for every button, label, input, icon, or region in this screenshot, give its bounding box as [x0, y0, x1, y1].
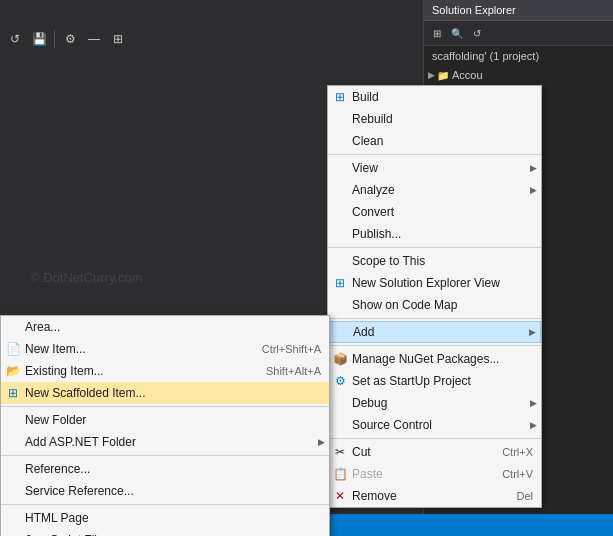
- add-icon: [333, 324, 349, 340]
- paste-icon: 📋: [332, 466, 348, 482]
- menu-item-label: Debug: [352, 396, 387, 410]
- menu-item-clean[interactable]: Clean: [328, 130, 541, 152]
- html-icon: [5, 510, 21, 526]
- nuget-icon: 📦: [332, 351, 348, 367]
- analyze-icon: [332, 182, 348, 198]
- menu-item-remove[interactable]: ✕ Remove Del: [328, 485, 541, 507]
- sol-item-accou[interactable]: ▶ 📁 Accou: [424, 68, 613, 82]
- menu-shortcut: Ctrl+Shift+A: [246, 343, 321, 355]
- startup-icon: ⚙: [332, 373, 348, 389]
- toolbar-gear-btn[interactable]: ⚙: [59, 28, 81, 50]
- menu-item-convert[interactable]: Convert: [328, 201, 541, 223]
- sol-item-label: Accou: [452, 69, 483, 81]
- sol-tool-btn-1[interactable]: ⊞: [428, 24, 446, 42]
- toolbar-sep1: [54, 30, 55, 48]
- menu-item-label: View: [352, 161, 378, 175]
- menu-item-cut[interactable]: ✂ Cut Ctrl+X: [328, 441, 541, 463]
- menu-item-new-folder[interactable]: New Folder: [1, 409, 329, 431]
- menu-separator: [328, 154, 541, 155]
- menu-item-code-map[interactable]: Show on Code Map: [328, 294, 541, 316]
- menu-item-label: New Solution Explorer View: [352, 276, 500, 290]
- toolbar-minus-btn[interactable]: —: [83, 28, 105, 50]
- menu-item-label: Show on Code Map: [352, 298, 457, 312]
- cut-shortcut: Ctrl+X: [486, 446, 533, 458]
- menu-item-label: Add ASP.NET Folder: [25, 435, 136, 449]
- menu-item-paste: 📋 Paste Ctrl+V: [328, 463, 541, 485]
- menu-item-build[interactable]: ⊞ Build: [328, 86, 541, 108]
- menu-item-label: Service Reference...: [25, 484, 134, 498]
- remove-shortcut: Del: [500, 490, 533, 502]
- menu-item-label: Paste: [352, 467, 383, 481]
- paste-shortcut: Ctrl+V: [486, 468, 533, 480]
- menu-item-label: New Folder: [25, 413, 86, 427]
- menu-item-label: Remove: [352, 489, 397, 503]
- view-icon: [332, 160, 348, 176]
- clean-icon: [332, 133, 348, 149]
- menu-separator: [328, 438, 541, 439]
- menu-item-label: Rebuild: [352, 112, 393, 126]
- folder-icon: 📁: [437, 70, 449, 81]
- source-control-icon: [332, 417, 348, 433]
- menu-separator: [328, 318, 541, 319]
- menu-item-label: Existing Item...: [25, 364, 104, 378]
- menu-shortcut: Shift+Alt+A: [250, 365, 321, 377]
- solution-title: scaffolding' (1 project): [424, 46, 613, 66]
- menu-item-rebuild[interactable]: Rebuild: [328, 108, 541, 130]
- menu-item-nuget[interactable]: 📦 Manage NuGet Packages...: [328, 348, 541, 370]
- toolbar-grid-btn[interactable]: ⊞: [107, 28, 129, 50]
- menu-item-label: New Scaffolded Item...: [25, 386, 146, 400]
- menu-item-existing-item[interactable]: 📂 Existing Item... Shift+Alt+A: [1, 360, 329, 382]
- service-ref-icon: [5, 483, 21, 499]
- toolbar-refresh-btn[interactable]: ↺: [4, 28, 26, 50]
- menu-item-reference[interactable]: Reference...: [1, 458, 329, 480]
- menu-separator: [328, 345, 541, 346]
- menu-item-label: New Item...: [25, 342, 86, 356]
- rebuild-icon: [332, 111, 348, 127]
- menu-item-publish[interactable]: Publish...: [328, 223, 541, 245]
- existing-item-icon: 📂: [5, 363, 21, 379]
- menu-separator: [328, 247, 541, 248]
- menu-item-set-startup[interactable]: ⚙ Set as StartUp Project: [328, 370, 541, 392]
- menu-item-add[interactable]: Add: [328, 321, 541, 343]
- menu-item-new-item[interactable]: 📄 New Item... Ctrl+Shift+A: [1, 338, 329, 360]
- menu-item-new-solution-view[interactable]: ⊞ New Solution Explorer View: [328, 272, 541, 294]
- toolbar-save-btn[interactable]: 💾: [28, 28, 50, 50]
- aspnet-folder-icon: [5, 434, 21, 450]
- menu-item-label: Add: [353, 325, 374, 339]
- solution-view-icon: ⊞: [332, 275, 348, 291]
- code-map-icon: [332, 297, 348, 313]
- menu-item-source-control[interactable]: Source Control: [328, 414, 541, 436]
- menu-item-view[interactable]: View: [328, 157, 541, 179]
- menu-item-new-scaffolded[interactable]: ⊞ New Scaffolded Item...: [1, 382, 329, 404]
- remove-icon: ✕: [332, 488, 348, 504]
- menu-item-scope[interactable]: Scope to This: [328, 250, 541, 272]
- publish-icon: [332, 226, 348, 242]
- area-icon: [5, 319, 21, 335]
- menu-item-analyze[interactable]: Analyze: [328, 179, 541, 201]
- menu-item-js-file[interactable]: JavaScript File: [1, 529, 329, 536]
- menu-item-label: Analyze: [352, 183, 395, 197]
- menu-item-area[interactable]: Area...: [1, 316, 329, 338]
- menu-item-label: Build: [352, 90, 379, 104]
- context-menu: ⊞ Build Rebuild Clean View Analyze Conve…: [327, 85, 542, 508]
- menu-item-debug[interactable]: Debug: [328, 392, 541, 414]
- add-submenu: Area... 📄 New Item... Ctrl+Shift+A 📂 Exi…: [0, 315, 330, 536]
- sol-tool-btn-3[interactable]: ↺: [468, 24, 486, 42]
- menu-item-label: Area...: [25, 320, 60, 334]
- sol-tool-btn-2[interactable]: 🔍: [448, 24, 466, 42]
- menu-separator: [1, 455, 329, 456]
- scaffolded-icon: ⊞: [5, 385, 21, 401]
- menu-item-label: Convert: [352, 205, 394, 219]
- solution-title-text: scaffolding' (1 project): [432, 50, 539, 62]
- menu-item-service-reference[interactable]: Service Reference...: [1, 480, 329, 502]
- menu-item-label: Clean: [352, 134, 383, 148]
- menu-separator: [1, 406, 329, 407]
- menu-item-aspnet-folder[interactable]: Add ASP.NET Folder: [1, 431, 329, 453]
- menu-separator: [1, 504, 329, 505]
- new-item-icon: 📄: [5, 341, 21, 357]
- cut-icon: ✂: [332, 444, 348, 460]
- solution-toolbar: ⊞ 🔍 ↺: [424, 21, 613, 46]
- menu-item-label: Publish...: [352, 227, 401, 241]
- solution-explorer-header: Solution Explorer: [424, 0, 613, 21]
- menu-item-html-page[interactable]: HTML Page: [1, 507, 329, 529]
